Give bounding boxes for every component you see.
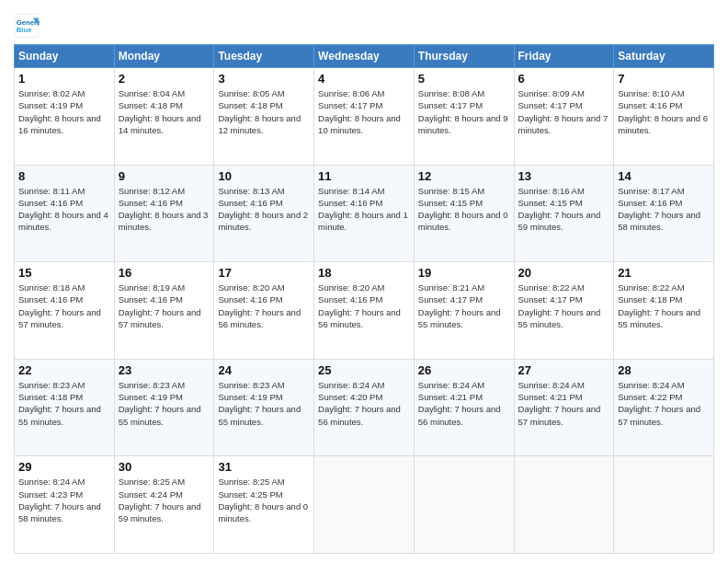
cell-content: Sunrise: 8:11 AM Sunset: 4:16 PM Dayligh… [18, 185, 110, 234]
day-number: 23 [119, 363, 210, 377]
daylight-label: Daylight: 8 hours and 9 minutes. [418, 113, 508, 135]
sunset-label: Sunset: 4:19 PM [18, 100, 83, 110]
cell-content: Sunrise: 8:23 AM Sunset: 4:19 PM Dayligh… [119, 379, 210, 428]
daylight-label: Daylight: 7 hours and 55 minutes. [518, 307, 601, 329]
sunrise-label: Sunrise: 8:24 AM [318, 380, 384, 390]
day-number: 12 [418, 169, 510, 183]
sunrise-label: Sunrise: 8:17 AM [618, 186, 684, 196]
calendar-cell: 30 Sunrise: 8:25 AM Sunset: 4:24 PM Dayl… [114, 456, 214, 554]
cell-content: Sunrise: 8:18 AM Sunset: 4:16 PM Dayligh… [18, 282, 110, 330]
day-number: 21 [618, 266, 710, 280]
sunset-label: Sunset: 4:22 PM [618, 392, 682, 402]
daylight-label: Daylight: 7 hours and 56 minutes. [418, 404, 501, 426]
day-number: 27 [518, 363, 610, 377]
sunset-label: Sunset: 4:16 PM [18, 198, 83, 208]
sunrise-label: Sunrise: 8:19 AM [119, 282, 185, 293]
cell-content: Sunrise: 8:14 AM Sunset: 4:16 PM Dayligh… [318, 185, 410, 234]
calendar-cell: 18 Sunrise: 8:20 AM Sunset: 4:16 PM Dayl… [314, 262, 415, 360]
cell-content: Sunrise: 8:17 AM Sunset: 4:16 PM Dayligh… [618, 185, 710, 234]
day-number: 19 [418, 266, 510, 280]
daylight-label: Daylight: 8 hours and 14 minutes. [119, 113, 201, 135]
calendar-cell [614, 456, 714, 554]
day-number: 16 [119, 266, 210, 280]
calendar-cell: 27 Sunrise: 8:24 AM Sunset: 4:21 PM Dayl… [514, 359, 614, 456]
sunrise-label: Sunrise: 8:25 AM [218, 477, 284, 487]
daylight-label: Daylight: 7 hours and 55 minutes. [618, 307, 700, 329]
daylight-label: Daylight: 7 hours and 55 minutes. [18, 404, 101, 426]
cell-content: Sunrise: 8:22 AM Sunset: 4:18 PM Dayligh… [618, 282, 710, 330]
day-number: 1 [18, 72, 110, 86]
calendar-cell: 17 Sunrise: 8:20 AM Sunset: 4:16 PM Dayl… [214, 262, 314, 360]
sunset-label: Sunset: 4:21 PM [518, 392, 583, 402]
day-number: 31 [218, 460, 310, 474]
calendar-cell: 31 Sunrise: 8:25 AM Sunset: 4:25 PM Dayl… [214, 456, 314, 554]
cell-content: Sunrise: 8:24 AM Sunset: 4:23 PM Dayligh… [18, 476, 110, 524]
cell-content: Sunrise: 8:25 AM Sunset: 4:25 PM Dayligh… [218, 476, 310, 524]
sunset-label: Sunset: 4:15 PM [418, 198, 483, 208]
calendar-cell: 1 Sunrise: 8:02 AM Sunset: 4:19 PM Dayli… [15, 68, 115, 166]
day-number: 9 [119, 169, 210, 183]
sunrise-label: Sunrise: 8:18 AM [18, 282, 85, 293]
sunset-label: Sunset: 4:16 PM [618, 198, 682, 208]
day-number: 13 [518, 169, 610, 183]
sunset-label: Sunset: 4:23 PM [18, 489, 83, 500]
calendar-cell: 9 Sunrise: 8:12 AM Sunset: 4:16 PM Dayli… [114, 165, 214, 262]
sunrise-label: Sunrise: 8:05 AM [218, 88, 284, 98]
day-number: 18 [318, 266, 410, 280]
daylight-label: Daylight: 7 hours and 55 minutes. [218, 404, 301, 426]
day-number: 15 [18, 266, 110, 280]
cell-content: Sunrise: 8:10 AM Sunset: 4:16 PM Dayligh… [618, 87, 710, 136]
cell-content: Sunrise: 8:23 AM Sunset: 4:18 PM Dayligh… [18, 379, 110, 428]
daylight-label: Daylight: 7 hours and 57 minutes. [18, 307, 101, 329]
sunrise-label: Sunrise: 8:24 AM [618, 380, 684, 390]
sunset-label: Sunset: 4:17 PM [418, 294, 483, 304]
daylight-label: Daylight: 8 hours and 4 minutes. [18, 210, 108, 232]
cell-content: Sunrise: 8:19 AM Sunset: 4:16 PM Dayligh… [119, 282, 210, 330]
cell-content: Sunrise: 8:20 AM Sunset: 4:16 PM Dayligh… [318, 282, 410, 330]
daylight-label: Daylight: 7 hours and 57 minutes. [618, 404, 700, 426]
sunrise-label: Sunrise: 8:21 AM [418, 282, 484, 293]
daylight-label: Daylight: 7 hours and 59 minutes. [119, 501, 201, 523]
calendar-cell: 13 Sunrise: 8:16 AM Sunset: 4:15 PM Dayl… [514, 165, 614, 262]
sunrise-label: Sunrise: 8:20 AM [218, 282, 284, 293]
cell-content: Sunrise: 8:15 AM Sunset: 4:15 PM Dayligh… [418, 185, 510, 234]
daylight-label: Daylight: 7 hours and 59 minutes. [518, 210, 601, 232]
sunset-label: Sunset: 4:15 PM [518, 198, 583, 208]
cell-content: Sunrise: 8:24 AM Sunset: 4:22 PM Dayligh… [618, 379, 710, 428]
daylight-label: Daylight: 8 hours and 16 minutes. [18, 113, 101, 135]
cell-content: Sunrise: 8:21 AM Sunset: 4:17 PM Dayligh… [418, 282, 510, 330]
cell-content: Sunrise: 8:16 AM Sunset: 4:15 PM Dayligh… [518, 185, 610, 234]
daylight-label: Daylight: 7 hours and 56 minutes. [318, 307, 401, 329]
calendar-cell: 7 Sunrise: 8:10 AM Sunset: 4:16 PM Dayli… [614, 68, 714, 166]
calendar-cell: 4 Sunrise: 8:06 AM Sunset: 4:17 PM Dayli… [314, 68, 415, 166]
daylight-label: Daylight: 8 hours and 2 minutes. [218, 210, 308, 232]
day-number: 25 [318, 363, 410, 377]
cell-content: Sunrise: 8:08 AM Sunset: 4:17 PM Dayligh… [418, 87, 510, 136]
sunset-label: Sunset: 4:16 PM [218, 198, 282, 208]
sunrise-label: Sunrise: 8:02 AM [18, 88, 85, 98]
calendar-cell: 21 Sunrise: 8:22 AM Sunset: 4:18 PM Dayl… [614, 262, 714, 360]
day-number: 5 [418, 72, 510, 86]
sunrise-label: Sunrise: 8:23 AM [218, 380, 284, 390]
daylight-label: Daylight: 7 hours and 57 minutes. [119, 307, 201, 329]
cell-content: Sunrise: 8:04 AM Sunset: 4:18 PM Dayligh… [119, 87, 210, 136]
calendar-cell: 16 Sunrise: 8:19 AM Sunset: 4:16 PM Dayl… [114, 262, 214, 360]
calendar-cell: 26 Sunrise: 8:24 AM Sunset: 4:21 PM Dayl… [414, 359, 514, 456]
calendar-cell: 14 Sunrise: 8:17 AM Sunset: 4:16 PM Dayl… [614, 165, 714, 262]
sunrise-label: Sunrise: 8:11 AM [18, 186, 85, 196]
day-number: 14 [618, 169, 710, 183]
sunrise-label: Sunrise: 8:24 AM [418, 380, 484, 390]
cell-content: Sunrise: 8:02 AM Sunset: 4:19 PM Dayligh… [18, 87, 110, 136]
calendar-cell: 11 Sunrise: 8:14 AM Sunset: 4:16 PM Dayl… [314, 165, 415, 262]
weekday-header-tuesday: Tuesday [214, 45, 314, 68]
day-number: 11 [318, 169, 410, 183]
calendar-cell: 20 Sunrise: 8:22 AM Sunset: 4:17 PM Dayl… [514, 262, 614, 360]
day-number: 22 [18, 363, 110, 377]
calendar-cell: 22 Sunrise: 8:23 AM Sunset: 4:18 PM Dayl… [15, 359, 115, 456]
cell-content: Sunrise: 8:23 AM Sunset: 4:19 PM Dayligh… [218, 379, 310, 428]
sunset-label: Sunset: 4:16 PM [218, 294, 282, 304]
cell-content: Sunrise: 8:06 AM Sunset: 4:17 PM Dayligh… [318, 87, 410, 136]
sunset-label: Sunset: 4:17 PM [518, 294, 583, 304]
sunrise-label: Sunrise: 8:06 AM [318, 88, 384, 98]
daylight-label: Daylight: 8 hours and 6 minutes. [618, 113, 708, 135]
